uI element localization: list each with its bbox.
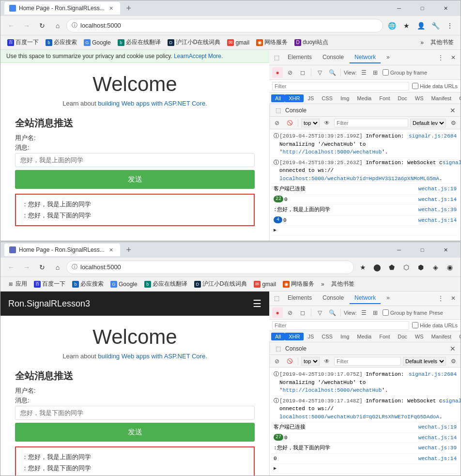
console-context-select-1[interactable]: top <box>301 119 320 127</box>
record-btn-1[interactable]: ● <box>272 67 283 78</box>
filter-tab-img-1[interactable]: Img <box>337 94 353 102</box>
home-btn-2[interactable]: ⌂ <box>51 261 64 274</box>
forward-btn-1[interactable]: → <box>20 19 33 32</box>
bookmark-bing-translate-1[interactable]: b 必应在线翻译 <box>115 37 164 47</box>
expand-arrow-2-6[interactable]: ▶ <box>274 465 277 472</box>
group-by-frame-checkbox-2[interactable]: Group by frame <box>383 309 427 316</box>
hide-data-urls-checkbox-1[interactable]: Hide data URLs <box>412 83 458 89</box>
filter-tab-xhr-2[interactable]: XHR <box>285 333 304 340</box>
devtools-tab-more-1[interactable]: » <box>382 52 395 63</box>
log-src-1-0[interactable]: signalr.js:2684 <box>409 132 457 140</box>
bookmark-bidu-1[interactable]: b 必应搜索 <box>43 37 80 47</box>
filter-tab-font-2[interactable]: Font <box>375 333 394 340</box>
new-tab-btn-2[interactable]: + <box>122 243 136 257</box>
devtools-tab-console-2[interactable]: Console <box>318 292 349 304</box>
tab-close-2[interactable]: ✕ <box>108 246 115 254</box>
filter-tab-other-1[interactable]: Other <box>455 94 461 102</box>
bookmark-apps-2[interactable]: ⊞ 应用 <box>4 279 30 289</box>
filter-tab-img-2[interactable]: Img <box>337 333 353 340</box>
bookmark-other-1[interactable]: 其他书签 <box>428 37 457 47</box>
camera-btn-2[interactable]: ◻ <box>297 307 308 318</box>
refresh-btn-2[interactable]: ↻ <box>35 261 49 274</box>
group-by-frame-input-2[interactable] <box>383 309 389 316</box>
console-eye-1[interactable]: 👁 <box>322 118 332 128</box>
view-list-icon-1[interactable]: ☰ <box>359 67 369 78</box>
bookmark-hujiang-2[interactable]: D 沪江小D在线词典 <box>191 279 250 289</box>
nav-icon-2a[interactable]: ⬟ <box>385 261 399 274</box>
log-src-1-2[interactable]: wechat.js:19 <box>418 185 457 193</box>
refresh-btn-1[interactable]: ↻ <box>35 19 49 32</box>
devtools-dock-icon-2[interactable]: ⬚ <box>271 293 282 304</box>
close-btn-1[interactable]: ✕ <box>434 0 457 16</box>
new-tab-btn-1[interactable]: + <box>122 1 136 15</box>
console-clear-2[interactable]: 🚫 <box>284 356 295 367</box>
log-src-2-1[interactable]: signalr.js:2684 <box>443 397 461 405</box>
tab-2[interactable]: Home Page - Ron.SignalRLess... ✕ <box>4 244 120 256</box>
filter-btn-1[interactable]: ▽ <box>314 67 325 78</box>
bookmark-network-2[interactable]: ◉ 网络服务 <box>280 279 317 289</box>
bookmark-baidu-2[interactable]: 百 百度一下 <box>31 279 68 289</box>
bookmark-star-1[interactable]: ★ <box>400 19 413 32</box>
console-clear-1[interactable]: 🚫 <box>284 118 295 128</box>
nav-icon-2e[interactable]: ◉ <box>443 261 457 274</box>
close-btn-2[interactable]: ✕ <box>434 242 457 258</box>
camera-btn-1[interactable]: ◻ <box>297 67 308 78</box>
console-dock-icon-2[interactable]: ⬚ <box>273 343 283 354</box>
forward-btn-2[interactable]: → <box>20 261 33 274</box>
back-btn-1[interactable]: ← <box>4 19 18 32</box>
console-settings-icon-1[interactable]: ⚙ <box>448 118 459 128</box>
star-icon-2[interactable]: ★ <box>356 261 369 274</box>
devtools-tab-network-2[interactable]: Network <box>350 292 381 304</box>
filter-tab-xhr-1[interactable]: XHR <box>285 94 304 102</box>
console-filter-input-2[interactable] <box>334 357 401 366</box>
filter-tab-other-2[interactable]: Other <box>455 333 461 340</box>
log-src-2-5[interactable]: wechat.js:14 <box>418 455 457 463</box>
search-btn-1[interactable]: 🔍 <box>327 67 338 78</box>
bookmark-bidu-2[interactable]: b 必应搜索 <box>69 279 107 289</box>
console-eye-2[interactable]: 👁 <box>322 356 332 367</box>
console-settings-icon-2[interactable]: ⚙ <box>448 356 459 367</box>
filter-tab-js-1[interactable]: JS <box>304 94 318 102</box>
hamburger-icon-2[interactable]: ☰ <box>253 298 261 309</box>
filter-tab-ws-2[interactable]: WS <box>411 333 428 340</box>
filter-tab-media-1[interactable]: Media <box>353 94 375 102</box>
nav-icon-2d[interactable]: ◈ <box>429 261 442 274</box>
log-src-1-4[interactable]: wechat.js:39 <box>418 206 457 214</box>
view-list-icon-2[interactable]: ☰ <box>359 307 369 318</box>
devtools-tab-console-1[interactable]: Console <box>318 52 349 63</box>
translate-icon-1[interactable]: 🌐 <box>385 19 399 32</box>
message-input-1[interactable] <box>15 153 255 167</box>
devtools-settings-icon-1[interactable]: ⋮ <box>435 52 446 63</box>
console-context-select-2[interactable]: top <box>301 357 320 366</box>
bookmark-hujiang-1[interactable]: D 沪江小D在线词典 <box>165 37 224 47</box>
minimize-btn-1[interactable]: ─ <box>388 0 410 16</box>
console-level-select-2[interactable]: Default levels <box>403 357 446 366</box>
devtools-close-icon-2[interactable]: ✕ <box>448 293 459 304</box>
message-input-2[interactable] <box>15 406 255 420</box>
log-src-1-5[interactable]: wechat.js:14 <box>418 216 457 225</box>
tab-close-1[interactable]: ✕ <box>108 4 115 12</box>
filter-btn-2[interactable]: ▽ <box>314 307 325 318</box>
subtitle-link-2[interactable]: building Web apps with ASP.NET Core. <box>98 353 207 360</box>
bookmark-gmail-1[interactable]: ✉ gmail <box>224 38 252 47</box>
search-btn-2[interactable]: 🔍 <box>327 307 338 318</box>
devtools-tab-network-1[interactable]: Network <box>350 52 381 63</box>
bookmark-bing-translate-2[interactable]: b 必应在线翻译 <box>141 279 190 289</box>
bookmark-gmail-2[interactable]: ✉ gmail <box>251 280 279 289</box>
subtitle-link-1[interactable]: building Web apps with ASP.NET Core. <box>98 100 207 107</box>
round-icon-2[interactable]: ⬤ <box>370 261 384 274</box>
filter-tab-css-2[interactable]: CSS <box>318 333 337 340</box>
minimize-btn-2[interactable]: ─ <box>388 242 410 258</box>
console-dock-icon-1[interactable]: ⬚ <box>273 105 283 116</box>
console-stop-1[interactable]: ⊘ <box>272 118 282 128</box>
devtools-dock-icon-1[interactable]: ⬚ <box>271 52 282 63</box>
filter-tab-media-2[interactable]: Media <box>353 333 375 340</box>
back-btn-2[interactable]: ← <box>4 261 18 274</box>
devtools-tab-elements-2[interactable]: Elements <box>283 292 317 304</box>
bookmark-more-btn-1[interactable]: » <box>417 38 427 47</box>
hide-data-urls-input-2[interactable] <box>412 322 418 328</box>
send-button-2[interactable]: 发送 <box>15 423 255 442</box>
bookmark-other-2[interactable]: 其他书签 <box>328 279 357 289</box>
bookmark-google-2[interactable]: G Google <box>108 280 140 289</box>
nav-icon-2b[interactable]: ⬡ <box>400 261 413 274</box>
